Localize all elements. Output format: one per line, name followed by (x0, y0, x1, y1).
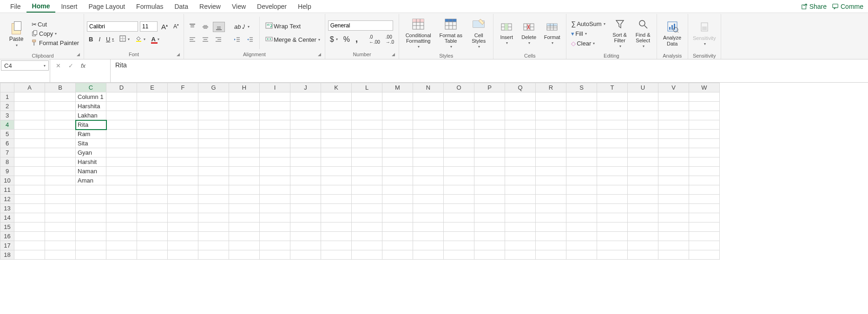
cell[interactable] (413, 222, 444, 232)
cell[interactable] (290, 232, 321, 241)
cell[interactable] (260, 102, 290, 111)
cell[interactable] (137, 222, 168, 232)
cell[interactable] (106, 176, 137, 185)
tab-view[interactable]: View (226, 1, 251, 12)
cell[interactable] (168, 148, 198, 157)
cell[interactable] (321, 176, 352, 185)
cell[interactable] (198, 120, 229, 130)
cell[interactable] (444, 139, 474, 148)
cell[interactable] (658, 157, 689, 167)
tab-formulas[interactable]: Formulas (131, 1, 169, 12)
align-center-button[interactable] (200, 35, 211, 44)
cell[interactable] (14, 92, 45, 102)
borders-button[interactable]: ▾ (118, 34, 132, 44)
delete-cells-button[interactable]: Delete▾ (519, 15, 539, 52)
cell[interactable] (229, 148, 260, 157)
cell[interactable] (474, 195, 505, 204)
column-header[interactable]: O (444, 83, 474, 92)
cell[interactable] (597, 232, 628, 241)
cell[interactable] (474, 204, 505, 213)
cell[interactable] (382, 250, 413, 260)
cell[interactable] (413, 250, 444, 260)
cell[interactable] (260, 241, 290, 250)
cell[interactable] (413, 148, 444, 157)
cell[interactable] (474, 185, 505, 195)
cell[interactable] (198, 92, 229, 102)
cell[interactable] (689, 176, 720, 185)
select-all-corner[interactable] (0, 83, 14, 92)
cell[interactable] (45, 148, 76, 157)
row-header[interactable]: 12 (0, 195, 14, 204)
cell[interactable] (229, 204, 260, 213)
cell[interactable] (290, 139, 321, 148)
cell[interactable] (352, 241, 382, 250)
cell[interactable] (505, 185, 536, 195)
cell[interactable] (413, 120, 444, 130)
cell[interactable] (168, 213, 198, 222)
cell[interactable] (444, 232, 474, 241)
cell[interactable]: Aman (76, 176, 106, 185)
cell[interactable] (505, 222, 536, 232)
cell[interactable] (229, 185, 260, 195)
cell[interactable] (658, 130, 689, 139)
cell[interactable] (474, 102, 505, 111)
cell[interactable] (628, 195, 658, 204)
column-header[interactable]: E (137, 83, 168, 92)
cell[interactable] (106, 195, 137, 204)
cell[interactable] (689, 250, 720, 260)
cell[interactable] (413, 241, 444, 250)
bold-button[interactable]: B (87, 35, 95, 44)
cell[interactable] (168, 232, 198, 241)
enter-icon[interactable]: ✓ (68, 62, 73, 69)
row-header[interactable]: 2 (0, 102, 14, 111)
cell[interactable] (198, 111, 229, 120)
insert-cells-button[interactable]: Insert▾ (496, 15, 517, 52)
cell[interactable] (45, 185, 76, 195)
cell[interactable] (566, 176, 597, 185)
dialog-launcher-icon[interactable]: ◢ (392, 52, 397, 58)
cell[interactable] (566, 195, 597, 204)
cell[interactable] (290, 92, 321, 102)
cell[interactable] (137, 213, 168, 222)
cell[interactable] (352, 176, 382, 185)
cell[interactable] (106, 167, 137, 176)
cell[interactable]: Harshit (76, 157, 106, 167)
cell[interactable] (444, 111, 474, 120)
column-header[interactable]: H (229, 83, 260, 92)
row-header[interactable]: 6 (0, 139, 14, 148)
cell[interactable] (106, 130, 137, 139)
cell[interactable] (106, 241, 137, 250)
cell[interactable] (229, 139, 260, 148)
cell[interactable] (474, 139, 505, 148)
cell[interactable] (45, 120, 76, 130)
cell[interactable] (321, 195, 352, 204)
clear-button[interactable]: ◇ Clear▾ (569, 39, 607, 48)
cell[interactable] (321, 157, 352, 167)
cell[interactable] (566, 241, 597, 250)
cell[interactable] (76, 250, 106, 260)
cell[interactable] (106, 92, 137, 102)
cell[interactable] (352, 250, 382, 260)
cell[interactable] (352, 185, 382, 195)
cell[interactable] (444, 92, 474, 102)
tab-insert[interactable]: Insert (55, 1, 83, 12)
cell[interactable] (413, 102, 444, 111)
cell[interactable]: Gyan (76, 148, 106, 157)
column-header[interactable]: K (321, 83, 352, 92)
cell-styles-button[interactable]: Cell Styles▾ (467, 15, 490, 52)
cell[interactable] (597, 241, 628, 250)
cell[interactable] (260, 157, 290, 167)
cell[interactable] (536, 232, 566, 241)
cell[interactable] (14, 167, 45, 176)
cell[interactable] (566, 139, 597, 148)
cell[interactable] (658, 185, 689, 195)
row-header[interactable]: 15 (0, 222, 14, 232)
column-header[interactable]: I (260, 83, 290, 92)
cell[interactable] (474, 111, 505, 120)
increase-decimal-button[interactable]: .0←.00 (367, 33, 382, 46)
cell[interactable] (352, 222, 382, 232)
cell[interactable] (658, 102, 689, 111)
cell[interactable] (505, 139, 536, 148)
cell[interactable] (229, 120, 260, 130)
cell[interactable] (198, 157, 229, 167)
